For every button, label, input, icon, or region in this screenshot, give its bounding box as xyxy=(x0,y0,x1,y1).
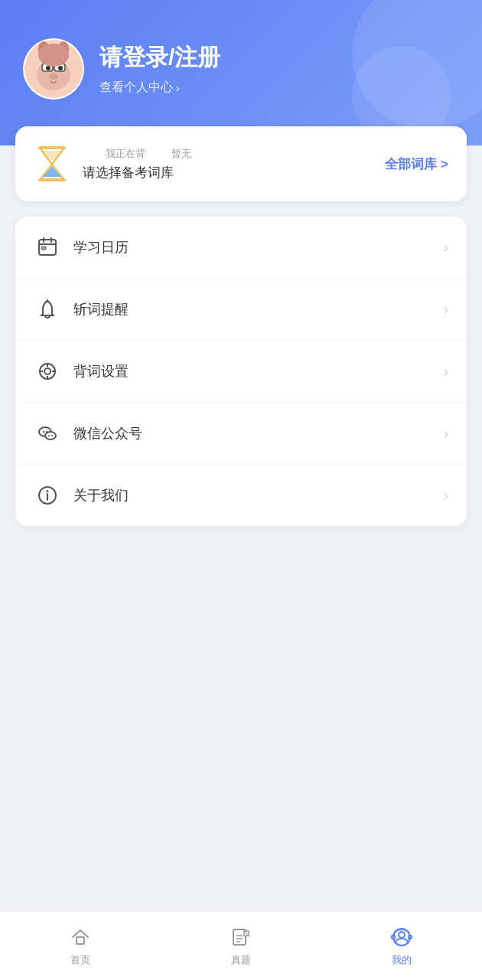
avatar[interactable] xyxy=(23,38,84,100)
header-subtitle[interactable]: 查看个人中心 › xyxy=(99,80,220,96)
study-card[interactable]: 我正在背 暂无 请选择备考词库 全部词库 > xyxy=(15,126,467,201)
menu-label-about: 关于我们 xyxy=(73,486,444,505)
nav-item-mine[interactable]: 我的 xyxy=(321,926,482,967)
chevron-right-about: › xyxy=(444,488,448,504)
header: 请登录/注册 查看个人中心 › xyxy=(0,0,482,145)
header-text: 请登录/注册 查看个人中心 › xyxy=(99,42,220,96)
nav-label-mine: 我的 xyxy=(392,953,412,967)
svg-point-9 xyxy=(49,74,58,80)
bottom-nav: 首页 真题 xyxy=(0,911,482,980)
nav-item-practice[interactable]: 真题 xyxy=(161,926,321,967)
study-left: 我正在背 暂无 请选择备考词库 xyxy=(34,143,191,185)
svg-rect-44 xyxy=(77,937,84,944)
hourglass-icon xyxy=(34,143,70,185)
menu-item-word-reminder[interactable]: 斩词提醒 › xyxy=(15,279,467,341)
study-title: 请选择备考词库 xyxy=(83,164,191,181)
chevron-right-wechat: › xyxy=(444,426,448,442)
menu-item-word-settings[interactable]: 背词设置 › xyxy=(15,341,467,403)
menu-item-wechat[interactable]: 微信公众号 › xyxy=(15,403,467,465)
study-info: 我正在背 暂无 请选择备考词库 xyxy=(83,147,191,181)
settings-icon xyxy=(34,358,61,385)
menu-label-study-calendar: 学习日历 xyxy=(73,238,444,256)
nav-item-home[interactable]: 首页 xyxy=(0,926,161,967)
header-content: 请登录/注册 查看个人中心 › xyxy=(23,38,459,100)
svg-point-38 xyxy=(46,431,47,433)
menu-label-word-settings: 背词设置 xyxy=(73,362,444,381)
bell-icon xyxy=(34,296,61,323)
nav-label-practice: 真题 xyxy=(231,953,251,967)
wechat-icon xyxy=(34,420,61,447)
menu-card: 学习日历 › 斩词提醒 › 背词设置 › xyxy=(15,217,467,526)
menu-item-study-calendar[interactable]: 学习日历 › xyxy=(15,217,467,279)
svg-point-37 xyxy=(43,431,44,433)
chevron-right-word-settings: › xyxy=(444,364,448,380)
chevron-right-word-reminder: › xyxy=(444,302,448,318)
calendar-icon xyxy=(34,234,61,261)
svg-point-30 xyxy=(44,368,50,374)
svg-point-5 xyxy=(58,66,63,70)
info-icon xyxy=(34,482,61,509)
menu-item-about[interactable]: 关于我们 › xyxy=(15,465,467,526)
svg-point-43 xyxy=(47,490,49,492)
svg-point-12 xyxy=(38,44,69,67)
chevron-right-study-calendar: › xyxy=(444,240,448,256)
svg-rect-26 xyxy=(41,247,46,250)
menu-label-word-reminder: 斩词提醒 xyxy=(73,300,444,318)
svg-rect-14 xyxy=(38,178,66,181)
svg-rect-13 xyxy=(38,146,66,149)
avatar-image xyxy=(23,38,84,100)
svg-point-4 xyxy=(46,66,50,70)
vocab-library-action[interactable]: 全部词库 > xyxy=(385,155,448,173)
svg-point-52 xyxy=(399,932,405,938)
profile-chevron: › xyxy=(176,82,180,94)
user-icon xyxy=(390,926,413,949)
home-icon xyxy=(69,926,92,949)
study-label: 我正在背 暂无 xyxy=(83,147,191,161)
svg-point-36 xyxy=(45,432,56,439)
edit-icon xyxy=(230,926,252,949)
header-title[interactable]: 请登录/注册 xyxy=(99,42,220,74)
svg-point-39 xyxy=(48,435,50,436)
nav-label-home: 首页 xyxy=(70,953,90,967)
menu-label-wechat: 微信公众号 xyxy=(73,424,444,443)
svg-point-40 xyxy=(51,435,53,436)
